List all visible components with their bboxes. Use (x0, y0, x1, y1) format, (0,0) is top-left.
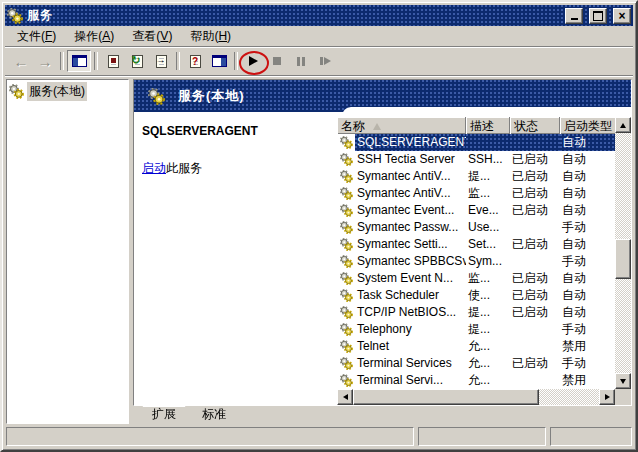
tab-extended[interactable]: 扩展 (136, 406, 192, 424)
restart-service-icon (320, 57, 331, 65)
selected-service-name: SQLSERVERAGENT (142, 124, 337, 138)
service-row[interactable]: SQLSERVERAGENT 自动 (337, 134, 615, 151)
tab-standard[interactable]: 标准 (186, 406, 242, 424)
show-console-tree-button[interactable] (67, 50, 91, 72)
service-status-cell (510, 338, 560, 355)
list-header: 名称 描述 状态 启动类型 (337, 117, 615, 134)
service-row[interactable]: Symantec AntiV... 监... 已启动 自动 (337, 185, 615, 202)
menu-view[interactable]: 查看(V) (123, 26, 181, 47)
service-startup-type-cell: 自动 (560, 236, 615, 253)
column-header-name[interactable]: 名称 (337, 117, 466, 134)
service-row[interactable]: Terminal Services 允... 已启动 手动 (337, 355, 615, 372)
service-startup-type-cell: 自动 (560, 134, 615, 151)
tree-item-services-local[interactable]: 服务(本地) (9, 82, 126, 100)
column-header-description[interactable]: 描述 (466, 117, 510, 134)
toolbar-separator (176, 52, 180, 70)
service-name-cell: Symantec Event... (355, 202, 466, 219)
service-startup-type-cell: 自动 (560, 168, 615, 185)
service-row[interactable]: TCP/IP NetBIOS... 提... 已启动 自动 (337, 304, 615, 321)
vertical-scrollbar[interactable] (615, 117, 631, 389)
service-name-cell: Terminal Services (355, 355, 466, 372)
horizontal-scroll-track[interactable] (353, 389, 599, 405)
service-status-cell: 已启动 (510, 287, 560, 304)
service-row[interactable]: Symantec Setti... Set... 已启动 自动 (337, 236, 615, 253)
service-name-cell: Symantec Setti... (355, 236, 466, 253)
close-icon: × (618, 11, 625, 21)
service-gear-icon (337, 253, 355, 270)
service-gear-icon (337, 355, 355, 372)
service-row[interactable]: System Event N... 监... 已启动 自动 (337, 270, 615, 287)
restart-service-button[interactable] (313, 50, 337, 72)
menu-bar: 文件(F) 操作(A) 查看(V) 帮助(H) (5, 26, 633, 47)
service-row[interactable]: Terminal Servi... 允... 禁用 (337, 372, 615, 389)
service-name-cell: SQLSERVERAGENT (355, 134, 466, 151)
service-row[interactable]: Symantec AntiV... 提... 已启动 自动 (337, 168, 615, 185)
scroll-right-button[interactable] (599, 389, 615, 405)
service-description-cell (466, 134, 510, 151)
maximize-icon (593, 11, 603, 21)
service-row[interactable]: Telnet 允... 禁用 (337, 338, 615, 355)
start-service-link[interactable]: 启动 (142, 161, 166, 175)
show-action-pane-button[interactable] (207, 50, 231, 72)
service-gear-icon (337, 338, 355, 355)
service-row[interactable]: Telephony 提... 手动 (337, 321, 615, 338)
horizontal-scrollbar[interactable] (337, 389, 615, 405)
horizontal-scroll-thumb[interactable] (353, 389, 539, 405)
service-startup-type-cell: 自动 (560, 270, 615, 287)
service-name-cell: Symantec Passw... (355, 219, 466, 236)
menu-file[interactable]: 文件(F) (8, 26, 65, 47)
service-startup-type-cell: 禁用 (560, 338, 615, 355)
pause-service-icon (297, 57, 305, 66)
service-row[interactable]: SSH Tectia Server SSH... 已启动 自动 (337, 151, 615, 168)
vertical-scroll-track[interactable] (615, 133, 631, 373)
column-header-status[interactable]: 状态 (510, 117, 560, 134)
service-gear-icon (337, 168, 355, 185)
service-status-cell (510, 134, 560, 151)
service-status-cell: 已启动 (510, 236, 560, 253)
maximize-button[interactable] (589, 8, 607, 24)
scroll-left-icon (343, 394, 348, 400)
export-list-button[interactable]: → (149, 50, 173, 72)
service-name-cell: Symantec AntiV... (355, 168, 466, 185)
status-segment (550, 427, 632, 446)
service-startup-type-cell: 自动 (560, 304, 615, 321)
service-startup-type-cell: 手动 (560, 355, 615, 372)
service-row[interactable]: Symantec Event... Eve... 已启动 自动 (337, 202, 615, 219)
stop-service-button[interactable] (265, 50, 289, 72)
menu-action-label: 操作( (74, 29, 102, 43)
service-description-cell: 允... (466, 372, 510, 389)
menu-help[interactable]: 帮助(H) (181, 26, 240, 47)
service-row[interactable]: Symantec Passw... Use... 手动 (337, 219, 615, 236)
vertical-scroll-thumb[interactable] (615, 239, 631, 279)
menu-action[interactable]: 操作(A) (65, 26, 123, 47)
service-startup-type-cell: 自动 (560, 151, 615, 168)
service-description-cell: Set... (466, 236, 510, 253)
help-button[interactable]: ? (183, 50, 207, 72)
pause-service-button[interactable] (289, 50, 313, 72)
scroll-down-button[interactable] (615, 373, 631, 389)
service-startup-type-cell: 禁用 (560, 372, 615, 389)
start-service-button[interactable] (241, 50, 265, 72)
minimize-button[interactable] (565, 8, 583, 24)
scroll-up-button[interactable] (615, 117, 631, 133)
column-header-startup-type[interactable]: 启动类型 (560, 117, 615, 134)
service-row[interactable]: Task Scheduler 使... 已启动 自动 (337, 287, 615, 304)
back-button[interactable]: ← (9, 50, 33, 72)
service-gear-icon (337, 270, 355, 287)
service-description-cell: Eve... (466, 202, 510, 219)
properties-button[interactable] (101, 50, 125, 72)
service-gear-icon (337, 202, 355, 219)
refresh-button[interactable]: ↻ (125, 50, 149, 72)
service-status-cell: 已启动 (510, 270, 560, 287)
banner-title: 服务(本地) (178, 87, 245, 105)
service-name-cell: Symantec AntiV... (355, 185, 466, 202)
close-button[interactable]: × (613, 8, 631, 24)
forward-button[interactable]: → (33, 50, 57, 72)
scroll-left-button[interactable] (337, 389, 353, 405)
service-action: 启动此服务 (142, 160, 337, 177)
minimize-icon (571, 18, 578, 20)
service-startup-type-cell: 自动 (560, 287, 615, 304)
title-bar[interactable]: 服务 × (5, 5, 633, 26)
service-row[interactable]: Symantec SPBBCSvc Sym... 手动 (337, 253, 615, 270)
banner-services-icon (148, 88, 165, 105)
